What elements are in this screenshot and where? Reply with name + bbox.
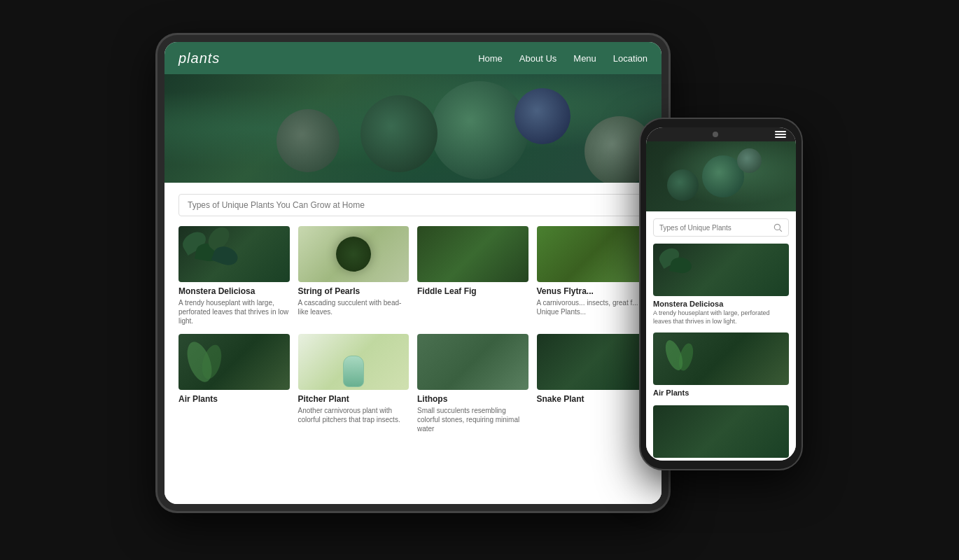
plant-img-lithops — [417, 334, 528, 390]
phone-status-bar — [646, 127, 796, 141]
tablet-content: Monstera Deliciosa A trendy houseplant w… — [164, 183, 662, 504]
plant-card-fiddle: Fiddle Leaf Fig — [417, 226, 528, 326]
nav-home[interactable]: Home — [478, 53, 503, 64]
plant-img-venus — [537, 226, 648, 282]
plant-desc-string: A cascading succulent with bead-like lea… — [298, 298, 410, 316]
phone-menu-icon[interactable] — [775, 131, 786, 138]
phone-plant-desc-monstera: A trendy houseplant with large, perforat… — [653, 309, 789, 326]
plant-desc-lithops: Small succulents resembling colorful sto… — [417, 406, 528, 433]
phone-plant-name-monstera: Monstera Deliciosa — [653, 300, 789, 308]
plant-card-venus: Venus Flytra... A carnivorous... insects… — [537, 226, 648, 326]
plant-img-monstera — [178, 226, 290, 282]
tablet-navbar: plants Home About Us Menu Location — [164, 42, 662, 74]
plant-name-venus: Venus Flytra... — [537, 286, 648, 296]
plant-img-pitcher — [298, 334, 410, 390]
tablet-hero — [164, 74, 662, 183]
phone-plant-item-air: Air Plants — [653, 332, 789, 398]
plant-img-snake — [537, 334, 648, 390]
plant-img-fiddle — [417, 226, 528, 282]
phone-plant-img-air — [653, 332, 789, 385]
plant-card-snake: Snake Plant — [537, 334, 648, 433]
tablet-logo: plants — [178, 50, 220, 66]
search-icon — [773, 223, 783, 232]
plant-card-monstera: Monstera Deliciosa A trendy houseplant w… — [178, 226, 290, 326]
tablet-nav-links: Home About Us Menu Location — [478, 53, 648, 64]
plant-desc-pitcher: Another carnivorous plant with colorful … — [298, 406, 410, 424]
plant-name-monstera: Monstera Deliciosa — [178, 286, 290, 296]
plant-name-string: String of Pearls — [298, 286, 410, 296]
tablet-search-input[interactable] — [178, 194, 648, 216]
plant-name-fiddle: Fiddle Leaf Fig — [417, 286, 528, 296]
nav-location[interactable]: Location — [613, 53, 648, 64]
phone-plant-name-air: Air Plants — [653, 388, 789, 397]
plant-name-pitcher: Pitcher Plant — [298, 394, 410, 404]
svg-point-0 — [774, 224, 780, 230]
phone-content: Monstera Deliciosa A trendy houseplant w… — [646, 211, 796, 461]
plant-desc-monstera: A trendy houseplant with large, perforat… — [178, 298, 290, 326]
plant-img-string — [298, 226, 410, 282]
plant-name-snake: Snake Plant — [537, 394, 648, 404]
plant-name-lithops: Lithops — [417, 394, 528, 404]
nav-about[interactable]: About Us — [519, 53, 556, 64]
phone-hero — [646, 141, 796, 211]
svg-line-1 — [780, 230, 782, 232]
phone-camera — [656, 132, 775, 137]
plant-desc-venus: A carnivorous... insects, great f... Uni… — [537, 298, 648, 316]
phone-screen: Monstera Deliciosa A trendy houseplant w… — [646, 127, 796, 461]
plant-img-air — [178, 334, 290, 390]
phone-search-box — [653, 218, 789, 237]
phone-plant-item-snake: Snake Plant Hardy and low-maintenance, k… — [653, 405, 789, 461]
plant-card-pitcher: Pitcher Plant Another carnivorous plant … — [298, 334, 410, 433]
plant-card-air: Air Plants — [178, 334, 290, 433]
plant-grid: Monstera Deliciosa A trendy houseplant w… — [178, 226, 648, 433]
phone-device: Monstera Deliciosa A trendy houseplant w… — [640, 119, 802, 469]
phone-search-input[interactable] — [659, 224, 773, 232]
plant-card-string: String of Pearls A cascading succulent w… — [298, 226, 410, 326]
phone-plant-item-monstera: Monstera Deliciosa A trendy houseplant w… — [653, 244, 789, 326]
phone-plant-img-snake — [653, 405, 789, 458]
phone-plant-img-monstera — [653, 244, 789, 296]
nav-menu[interactable]: Menu — [573, 53, 596, 64]
plant-name-air: Air Plants — [178, 394, 290, 404]
plant-card-lithops: Lithops Small succulents resembling colo… — [417, 334, 528, 433]
tablet-screen: plants Home About Us Menu Location — [164, 42, 662, 504]
tablet-device: plants Home About Us Menu Location — [158, 35, 668, 511]
